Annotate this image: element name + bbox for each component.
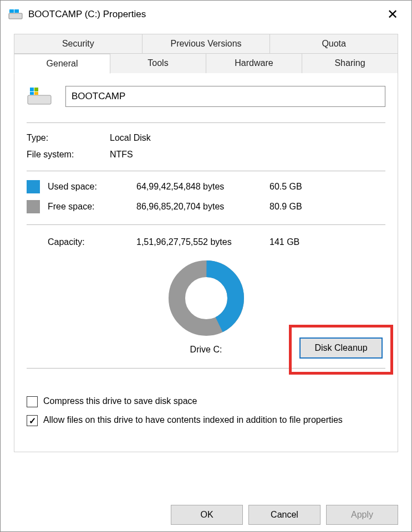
svg-rect-0 [9, 13, 22, 19]
ok-button[interactable]: OK [171, 505, 243, 525]
svg-rect-1 [9, 9, 14, 13]
free-label: Free space: [48, 202, 136, 212]
drive-name-input[interactable] [65, 86, 385, 107]
used-gb: 60.5 GB [269, 182, 314, 192]
highlight-frame: Disk Cleanup [289, 325, 393, 375]
free-swatch [27, 200, 40, 213]
index-checkbox[interactable] [27, 415, 38, 426]
drive-icon [8, 8, 23, 21]
window-title: BOOTCAMP (C:) Properties [28, 9, 146, 20]
capacity-bytes: 1,51,96,27,75,552 bytes [136, 237, 269, 247]
used-swatch [27, 180, 40, 193]
capacity-gb: 141 GB [269, 237, 314, 247]
disk-cleanup-button[interactable]: Disk Cleanup [299, 337, 383, 359]
tab-hardware[interactable]: Hardware [206, 54, 302, 74]
index-label: Allow files on this drive to have conten… [43, 414, 343, 426]
svg-rect-5 [34, 88, 38, 91]
svg-rect-4 [30, 88, 34, 91]
svg-rect-7 [34, 92, 38, 95]
usage-donut-chart [167, 259, 245, 337]
tab-sharing[interactable]: Sharing [302, 54, 398, 74]
filesystem-label: File system: [27, 150, 110, 160]
apply-button[interactable]: Apply [326, 505, 398, 525]
free-bytes: 86,96,85,20,704 bytes [136, 202, 269, 212]
svg-rect-6 [30, 92, 34, 95]
used-label: Used space: [48, 182, 136, 192]
compress-label: Compress this drive to save disk space [43, 395, 197, 407]
tab-tools[interactable]: Tools [110, 54, 206, 74]
used-bytes: 64,99,42,54,848 bytes [136, 182, 269, 192]
type-value: Local Disk [110, 133, 151, 143]
type-label: Type: [27, 133, 110, 143]
drive-large-icon [27, 85, 52, 107]
titlebar: BOOTCAMP (C:) Properties ✕ [1, 1, 411, 28]
drive-letter-label: Drive C: [190, 345, 222, 355]
compress-checkbox[interactable] [27, 396, 38, 407]
tab-quota[interactable]: Quota [270, 34, 398, 54]
close-button[interactable]: ✕ [382, 4, 404, 24]
svg-rect-3 [28, 95, 51, 104]
free-gb: 80.9 GB [269, 202, 314, 212]
cancel-button[interactable]: Cancel [248, 505, 321, 525]
tab-panel-general: Type: Local Disk File system: NTFS Used … [14, 73, 398, 452]
tab-general[interactable]: General [14, 54, 110, 74]
svg-rect-2 [14, 9, 19, 13]
capacity-label: Capacity: [48, 237, 136, 247]
tab-security[interactable]: Security [14, 34, 143, 54]
filesystem-value: NTFS [110, 150, 133, 160]
tab-strip: Security Previous Versions Quota General… [14, 34, 398, 74]
tab-previous-versions[interactable]: Previous Versions [143, 34, 271, 54]
dialog-button-row: OK Cancel Apply [171, 505, 398, 525]
